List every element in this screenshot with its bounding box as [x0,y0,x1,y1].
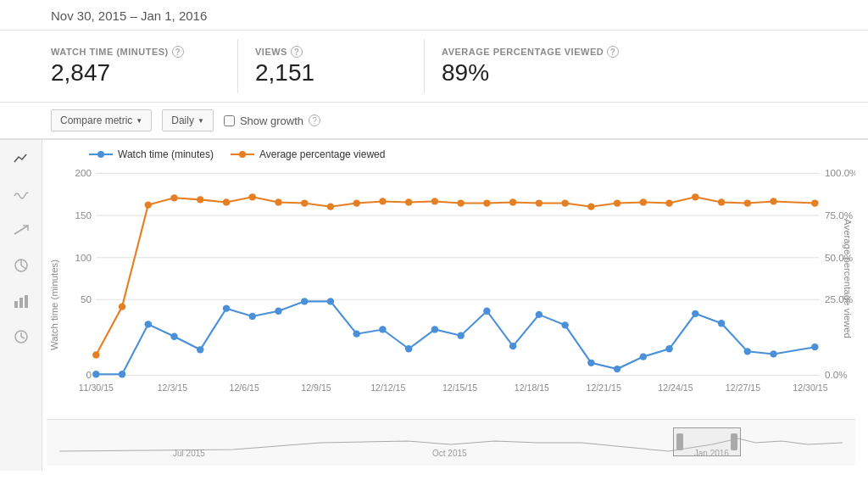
svg-point-91 [640,198,647,205]
svg-point-11 [97,151,104,158]
legend-avg-pct-label: Average percentage viewed [259,148,386,160]
svg-point-77 [275,198,281,205]
views-help[interactable]: ? [291,46,303,58]
svg-point-97 [811,199,818,206]
svg-point-46 [197,346,203,353]
minimap-handle-right[interactable] [731,433,737,450]
svg-point-52 [353,331,359,338]
svg-point-78 [301,199,308,206]
svg-point-79 [327,204,334,210]
svg-point-85 [483,199,490,206]
svg-point-47 [223,305,230,312]
top-bar: Nov 30, 2015 – Jan 1, 2016 [0,0,868,31]
watch-time-label: WATCH TIME (MINUTES) [51,47,169,57]
sidebar [0,140,42,471]
watch-time-help[interactable]: ? [172,46,184,58]
show-growth-help[interactable]: ? [309,114,320,126]
sidebar-icon-wave-chart[interactable] [11,184,31,204]
chart-legend: Watch time (minutes) Average percentage … [89,148,855,160]
views-label: VIEWS [255,47,287,57]
minimap-label-oct: Oct 2015 [432,449,467,458]
svg-point-69 [811,343,818,350]
svg-line-9 [21,337,25,338]
show-growth-checkbox[interactable] [224,115,235,126]
svg-rect-5 [19,298,23,308]
chart-svg: 0 50 100 150 200 Watch time (minutes) 0.… [47,165,855,419]
svg-text:200: 200 [75,169,92,179]
svg-point-56 [457,332,464,339]
svg-text:12/9/15: 12/9/15 [301,383,331,393]
svg-point-59 [536,311,542,318]
avg-pct-label: AVERAGE PERCENTAGE VIEWED [442,47,604,57]
svg-point-61 [587,360,594,366]
show-growth-label: Show growth [240,114,303,127]
sidebar-icon-bar-chart[interactable] [11,291,31,311]
svg-point-87 [536,199,542,206]
svg-point-68 [770,350,776,357]
period-label: Daily [171,114,194,126]
svg-point-63 [640,353,647,360]
svg-point-84 [457,199,464,206]
svg-point-81 [379,198,386,204]
svg-point-80 [353,199,359,206]
minimap-label-jul: Jul 2015 [173,449,205,458]
chart-wrapper: 0 50 100 150 200 Watch time (minutes) 0.… [47,165,855,419]
show-growth-control[interactable]: Show growth ? [224,114,320,127]
svg-line-0 [14,226,28,234]
sidebar-icon-clock[interactable] [11,327,31,347]
minimap-handle-left[interactable] [676,433,683,450]
svg-rect-4 [14,301,18,308]
svg-point-96 [770,198,776,204]
svg-point-49 [275,308,281,315]
minimap: Jul 2015 Oct 2015 Jan 2016 [47,419,855,466]
svg-text:12/27/15: 12/27/15 [726,383,760,393]
svg-text:50: 50 [81,295,92,305]
svg-point-71 [119,303,125,310]
svg-point-88 [561,199,568,206]
svg-point-66 [718,320,725,327]
svg-text:11/30/15: 11/30/15 [79,383,114,393]
svg-point-43 [119,371,125,377]
main-content: Watch time (minutes) Average percentage … [0,140,868,471]
svg-point-82 [405,198,412,205]
svg-text:12/24/15: 12/24/15 [658,383,693,393]
svg-point-83 [431,198,438,204]
svg-point-94 [718,198,725,205]
legend-avg-pct: Average percentage viewed [231,148,386,160]
svg-point-76 [249,193,256,200]
svg-point-95 [744,199,751,206]
svg-text:100: 100 [75,253,92,263]
svg-line-3 [21,265,26,269]
svg-point-58 [509,343,516,349]
avg-pct-help[interactable]: ? [607,46,619,58]
svg-point-73 [170,194,177,201]
svg-text:12/18/15: 12/18/15 [515,383,549,393]
svg-rect-6 [25,295,28,308]
sidebar-icon-trending[interactable] [11,220,31,240]
period-chevron-icon: ▼ [198,117,204,125]
svg-point-13 [239,151,246,158]
svg-point-55 [431,326,438,332]
sidebar-icon-pie-chart[interactable] [11,255,31,276]
compare-metric-button[interactable]: Compare metric ▼ [51,109,152,131]
svg-point-65 [692,310,698,317]
svg-point-42 [92,371,99,377]
svg-text:12/3/15: 12/3/15 [158,383,188,393]
svg-text:12/6/15: 12/6/15 [230,383,260,393]
svg-text:12/12/15: 12/12/15 [370,383,405,393]
minimap-window[interactable] [673,427,741,456]
period-button[interactable]: Daily ▼ [162,109,214,131]
svg-point-45 [170,333,177,340]
compare-metric-label: Compare metric [60,114,132,126]
svg-point-67 [744,348,751,355]
svg-point-50 [301,298,308,304]
watch-time-value: 2,847 [51,59,203,87]
svg-text:0.0%: 0.0% [825,371,848,381]
svg-text:150: 150 [75,210,92,221]
svg-text:0: 0 [86,371,92,381]
svg-point-60 [561,321,568,328]
views-value: 2,151 [255,59,390,87]
svg-point-86 [509,198,516,205]
sidebar-icon-line-chart[interactable] [11,148,31,169]
svg-point-70 [92,351,99,358]
